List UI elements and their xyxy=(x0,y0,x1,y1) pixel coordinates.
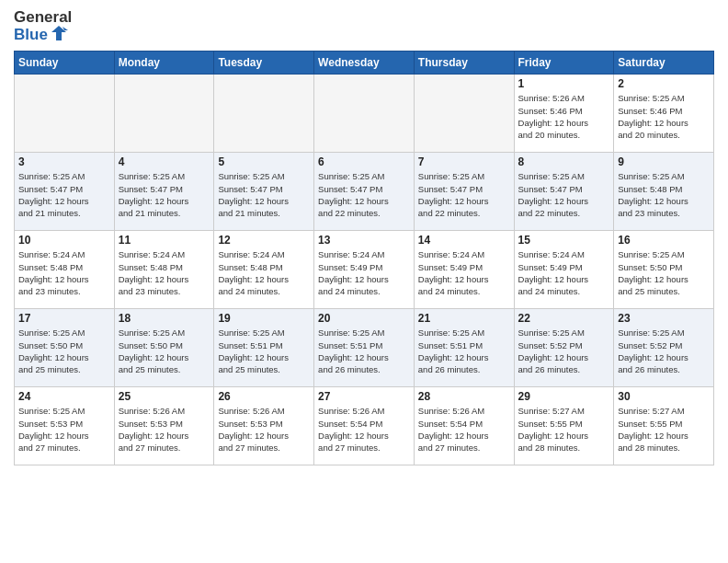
weekday-header: Tuesday xyxy=(214,52,314,75)
calendar-cell: 4Sunrise: 5:25 AM Sunset: 5:47 PM Daylig… xyxy=(114,153,214,231)
day-number: 19 xyxy=(218,312,310,325)
calendar-cell xyxy=(15,75,115,153)
day-number: 17 xyxy=(18,312,110,325)
day-number: 2 xyxy=(618,77,710,90)
day-info: Sunrise: 5:25 AM Sunset: 5:50 PM Dayligh… xyxy=(18,327,110,375)
weekday-header: Thursday xyxy=(414,52,514,75)
day-number: 1 xyxy=(518,77,610,90)
day-info: Sunrise: 5:25 AM Sunset: 5:50 PM Dayligh… xyxy=(618,248,710,297)
logo-combined: General Blue xyxy=(14,9,72,43)
calendar-cell: 13Sunrise: 5:24 AM Sunset: 5:49 PM Dayli… xyxy=(314,231,415,309)
calendar-table: SundayMondayTuesdayWednesdayThursdayFrid… xyxy=(14,51,714,465)
calendar-cell: 1Sunrise: 5:26 AM Sunset: 5:46 PM Daylig… xyxy=(514,75,614,153)
day-number: 8 xyxy=(518,155,610,168)
day-number: 5 xyxy=(218,155,310,168)
calendar-cell: 5Sunrise: 5:25 AM Sunset: 5:47 PM Daylig… xyxy=(214,153,314,231)
day-number: 13 xyxy=(318,234,410,247)
calendar-cell: 27Sunrise: 5:26 AM Sunset: 5:54 PM Dayli… xyxy=(314,387,415,465)
day-info: Sunrise: 5:24 AM Sunset: 5:49 PM Dayligh… xyxy=(518,248,610,297)
calendar-cell: 9Sunrise: 5:25 AM Sunset: 5:48 PM Daylig… xyxy=(614,153,714,231)
day-info: Sunrise: 5:24 AM Sunset: 5:48 PM Dayligh… xyxy=(218,248,310,297)
day-info: Sunrise: 5:25 AM Sunset: 5:53 PM Dayligh… xyxy=(18,405,110,454)
calendar-cell xyxy=(414,75,514,153)
day-info: Sunrise: 5:25 AM Sunset: 5:52 PM Dayligh… xyxy=(518,327,610,375)
day-info: Sunrise: 5:25 AM Sunset: 5:51 PM Dayligh… xyxy=(218,327,310,375)
calendar-cell: 25Sunrise: 5:26 AM Sunset: 5:53 PM Dayli… xyxy=(114,387,214,465)
header: General Blue xyxy=(14,9,714,43)
day-info: Sunrise: 5:24 AM Sunset: 5:49 PM Dayligh… xyxy=(418,248,510,297)
day-number: 3 xyxy=(18,155,110,168)
day-info: Sunrise: 5:25 AM Sunset: 5:47 PM Dayligh… xyxy=(318,170,410,219)
calendar-week-row: 3Sunrise: 5:25 AM Sunset: 5:47 PM Daylig… xyxy=(15,153,714,231)
weekday-header: Wednesday xyxy=(314,52,415,75)
calendar-cell: 12Sunrise: 5:24 AM Sunset: 5:48 PM Dayli… xyxy=(214,231,314,309)
calendar-cell: 11Sunrise: 5:24 AM Sunset: 5:48 PM Dayli… xyxy=(114,231,214,309)
day-number: 22 xyxy=(518,312,610,325)
day-info: Sunrise: 5:25 AM Sunset: 5:47 PM Dayligh… xyxy=(518,170,610,219)
day-number: 14 xyxy=(418,234,510,247)
day-info: Sunrise: 5:25 AM Sunset: 5:47 PM Dayligh… xyxy=(418,170,510,219)
day-number: 24 xyxy=(18,390,110,403)
calendar-cell: 30Sunrise: 5:27 AM Sunset: 5:55 PM Dayli… xyxy=(614,387,714,465)
calendar-header-row: SundayMondayTuesdayWednesdayThursdayFrid… xyxy=(15,52,714,75)
day-number: 30 xyxy=(618,390,710,403)
calendar-cell: 17Sunrise: 5:25 AM Sunset: 5:50 PM Dayli… xyxy=(15,309,115,387)
logo-blue-text: Blue xyxy=(14,27,48,44)
calendar-week-row: 10Sunrise: 5:24 AM Sunset: 5:48 PM Dayli… xyxy=(15,231,714,309)
day-number: 29 xyxy=(518,390,610,403)
calendar-page: General Blue SundayMondayTuesdayWednesda… xyxy=(0,0,728,563)
calendar-cell: 8Sunrise: 5:25 AM Sunset: 5:47 PM Daylig… xyxy=(514,153,614,231)
day-info: Sunrise: 5:25 AM Sunset: 5:50 PM Dayligh… xyxy=(119,327,210,375)
day-info: Sunrise: 5:25 AM Sunset: 5:52 PM Dayligh… xyxy=(618,327,710,375)
weekday-header: Friday xyxy=(514,52,614,75)
calendar-week-row: 17Sunrise: 5:25 AM Sunset: 5:50 PM Dayli… xyxy=(15,309,714,387)
day-number: 26 xyxy=(218,390,310,403)
calendar-cell: 6Sunrise: 5:25 AM Sunset: 5:47 PM Daylig… xyxy=(314,153,415,231)
day-number: 11 xyxy=(119,234,210,247)
calendar-cell: 16Sunrise: 5:25 AM Sunset: 5:50 PM Dayli… xyxy=(614,231,714,309)
calendar-cell: 21Sunrise: 5:25 AM Sunset: 5:51 PM Dayli… xyxy=(414,309,514,387)
day-number: 16 xyxy=(618,234,710,247)
day-info: Sunrise: 5:26 AM Sunset: 5:54 PM Dayligh… xyxy=(318,405,410,454)
day-number: 12 xyxy=(218,234,310,247)
day-number: 4 xyxy=(119,155,210,168)
day-info: Sunrise: 5:25 AM Sunset: 5:48 PM Dayligh… xyxy=(618,170,710,219)
calendar-cell: 29Sunrise: 5:27 AM Sunset: 5:55 PM Dayli… xyxy=(514,387,614,465)
calendar-cell: 2Sunrise: 5:25 AM Sunset: 5:46 PM Daylig… xyxy=(614,75,714,153)
day-number: 23 xyxy=(618,312,710,325)
day-info: Sunrise: 5:25 AM Sunset: 5:47 PM Dayligh… xyxy=(218,170,310,219)
day-number: 7 xyxy=(418,155,510,168)
day-number: 9 xyxy=(618,155,710,168)
logo: General Blue xyxy=(14,9,72,43)
calendar-cell: 14Sunrise: 5:24 AM Sunset: 5:49 PM Dayli… xyxy=(414,231,514,309)
day-info: Sunrise: 5:26 AM Sunset: 5:53 PM Dayligh… xyxy=(119,405,210,454)
weekday-header: Saturday xyxy=(614,52,714,75)
calendar-cell: 23Sunrise: 5:25 AM Sunset: 5:52 PM Dayli… xyxy=(614,309,714,387)
day-number: 27 xyxy=(318,390,410,403)
weekday-header: Monday xyxy=(114,52,214,75)
calendar-cell xyxy=(114,75,214,153)
day-info: Sunrise: 5:25 AM Sunset: 5:51 PM Dayligh… xyxy=(318,327,410,375)
calendar-cell: 28Sunrise: 5:26 AM Sunset: 5:54 PM Dayli… xyxy=(414,387,514,465)
day-number: 21 xyxy=(418,312,510,325)
day-info: Sunrise: 5:25 AM Sunset: 5:51 PM Dayligh… xyxy=(418,327,510,375)
day-info: Sunrise: 5:24 AM Sunset: 5:48 PM Dayligh… xyxy=(18,248,110,297)
day-number: 18 xyxy=(119,312,210,325)
day-number: 15 xyxy=(518,234,610,247)
calendar-cell xyxy=(314,75,415,153)
calendar-week-row: 1Sunrise: 5:26 AM Sunset: 5:46 PM Daylig… xyxy=(15,75,714,153)
calendar-cell: 26Sunrise: 5:26 AM Sunset: 5:53 PM Dayli… xyxy=(214,387,314,465)
day-number: 6 xyxy=(318,155,410,168)
weekday-header: Sunday xyxy=(15,52,115,75)
calendar-cell: 19Sunrise: 5:25 AM Sunset: 5:51 PM Dayli… xyxy=(214,309,314,387)
calendar-week-row: 24Sunrise: 5:25 AM Sunset: 5:53 PM Dayli… xyxy=(15,387,714,465)
day-info: Sunrise: 5:27 AM Sunset: 5:55 PM Dayligh… xyxy=(518,405,610,454)
day-number: 25 xyxy=(119,390,210,403)
calendar-cell: 7Sunrise: 5:25 AM Sunset: 5:47 PM Daylig… xyxy=(414,153,514,231)
calendar-cell xyxy=(214,75,314,153)
day-info: Sunrise: 5:26 AM Sunset: 5:46 PM Dayligh… xyxy=(518,92,610,141)
calendar-cell: 18Sunrise: 5:25 AM Sunset: 5:50 PM Dayli… xyxy=(114,309,214,387)
calendar-cell: 20Sunrise: 5:25 AM Sunset: 5:51 PM Dayli… xyxy=(314,309,415,387)
day-number: 28 xyxy=(418,390,510,403)
calendar-cell: 10Sunrise: 5:24 AM Sunset: 5:48 PM Dayli… xyxy=(15,231,115,309)
